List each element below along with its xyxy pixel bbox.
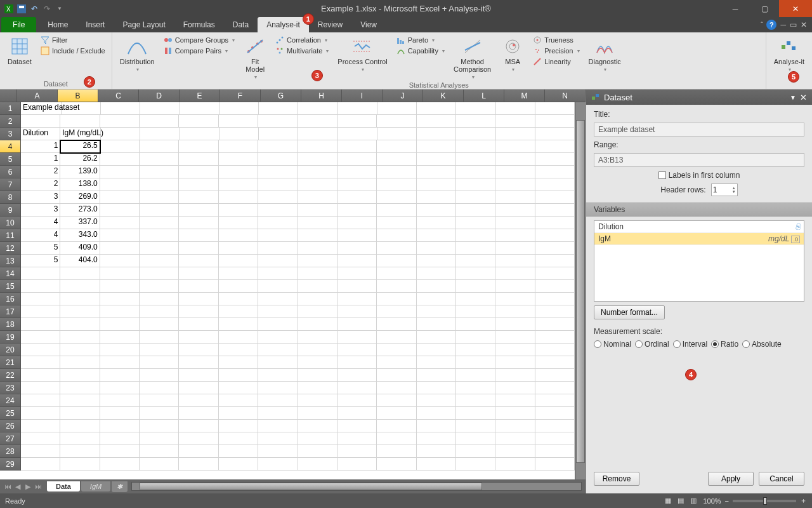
cell[interactable] [179, 382, 218, 394]
cell[interactable] [180, 102, 219, 115]
cell[interactable] [258, 394, 298, 407]
cell[interactable] [377, 407, 416, 420]
cell[interactable] [417, 344, 456, 356]
column-header[interactable]: H [301, 90, 342, 102]
cell[interactable] [60, 344, 100, 356]
cell[interactable] [21, 356, 60, 369]
cell[interactable] [219, 166, 258, 178]
row-header[interactable]: 14 [0, 267, 21, 280]
cell[interactable] [337, 280, 377, 293]
cell[interactable] [62, 102, 101, 115]
cell[interactable]: 2 [21, 166, 60, 178]
ribbon-minimize-icon[interactable]: ˆ [761, 22, 763, 29]
cell[interactable] [100, 369, 140, 382]
cell[interactable] [456, 445, 495, 458]
tab-data[interactable]: Data [224, 17, 258, 32]
cell[interactable] [258, 217, 298, 229]
linearity-button[interactable]: Linearity [530, 57, 582, 67]
correlation-button[interactable]: Correlation▾ [273, 35, 331, 45]
cell[interactable] [179, 255, 218, 267]
cell[interactable] [140, 331, 179, 344]
row-header[interactable]: 17 [0, 305, 21, 318]
cell[interactable] [337, 242, 377, 255]
column-header[interactable]: L [464, 90, 504, 102]
help-icon[interactable]: ? [766, 20, 776, 30]
row-header[interactable]: 22 [0, 369, 21, 382]
cell[interactable] [100, 305, 140, 318]
cell[interactable] [219, 458, 258, 471]
cell[interactable] [100, 394, 140, 407]
cell[interactable] [377, 420, 416, 432]
cell[interactable] [535, 458, 575, 471]
cell[interactable] [495, 191, 535, 204]
row-header[interactable]: 5 [0, 153, 21, 166]
cell[interactable] [258, 140, 298, 153]
cell[interactable] [219, 331, 258, 344]
cell[interactable] [219, 128, 259, 140]
cell[interactable] [21, 432, 60, 445]
zoom-level[interactable]: 100% [703, 497, 721, 505]
cell[interactable] [258, 369, 298, 382]
row-header[interactable]: 1 [0, 102, 21, 115]
cell[interactable] [100, 293, 140, 305]
cell[interactable] [535, 178, 575, 191]
cell[interactable] [101, 102, 140, 115]
cell[interactable] [60, 280, 100, 293]
cell[interactable] [100, 242, 140, 255]
cell[interactable] [456, 280, 495, 293]
cell[interactable] [100, 191, 140, 204]
row-header[interactable]: 24 [0, 394, 21, 407]
cell[interactable] [21, 280, 60, 293]
tab-view[interactable]: View [351, 17, 386, 32]
cell[interactable] [219, 280, 258, 293]
cell[interactable] [377, 204, 416, 217]
row-header[interactable]: 13 [0, 255, 21, 267]
sheet-tab-data[interactable]: Data [47, 481, 80, 491]
cell[interactable] [21, 382, 60, 394]
prev-sheet-icon[interactable]: ◀ [13, 483, 23, 491]
cell[interactable] [337, 369, 377, 382]
view-page-layout-icon[interactable]: ▤ [678, 497, 684, 505]
cell[interactable] [456, 267, 495, 280]
cell[interactable] [140, 153, 179, 166]
cell[interactable] [258, 382, 298, 394]
cell[interactable] [179, 153, 218, 166]
process-control-button[interactable]: Process Control ▾ [334, 34, 391, 72]
cell[interactable] [258, 267, 298, 280]
cell[interactable]: 1 [21, 153, 60, 166]
cell[interactable] [140, 102, 180, 115]
cell[interactable] [495, 217, 535, 229]
cell[interactable] [337, 255, 377, 267]
cancel-button[interactable]: Cancel [759, 472, 804, 486]
cell[interactable] [298, 102, 337, 115]
method-comparison-button[interactable]: Method Comparison ▾ [450, 34, 495, 80]
cell[interactable] [219, 305, 258, 318]
cell[interactable] [535, 407, 575, 420]
cell[interactable] [21, 344, 60, 356]
cell[interactable] [100, 166, 140, 178]
cell[interactable] [298, 166, 337, 178]
cell[interactable] [298, 356, 337, 369]
cell[interactable] [456, 115, 495, 128]
cell[interactable] [100, 217, 140, 229]
cell[interactable] [495, 178, 535, 191]
cell[interactable] [140, 204, 179, 217]
cell[interactable] [100, 382, 140, 394]
cell[interactable] [140, 305, 179, 318]
cell[interactable] [495, 242, 535, 255]
cell[interactable] [377, 229, 416, 242]
cell[interactable] [377, 344, 416, 356]
distribution-button[interactable]: Distribution ▾ [116, 34, 159, 72]
row-header[interactable]: 7 [0, 178, 21, 191]
cell[interactable] [298, 407, 337, 420]
row-header[interactable]: 12 [0, 242, 21, 255]
cell[interactable] [258, 204, 298, 217]
maximize-button[interactable]: ▢ [750, 0, 779, 17]
cell[interactable] [495, 204, 535, 217]
cell[interactable] [535, 432, 575, 445]
cell[interactable] [456, 217, 495, 229]
cell[interactable] [337, 344, 377, 356]
cell[interactable] [337, 267, 377, 280]
cell[interactable] [60, 267, 100, 280]
cell[interactable] [377, 458, 416, 471]
